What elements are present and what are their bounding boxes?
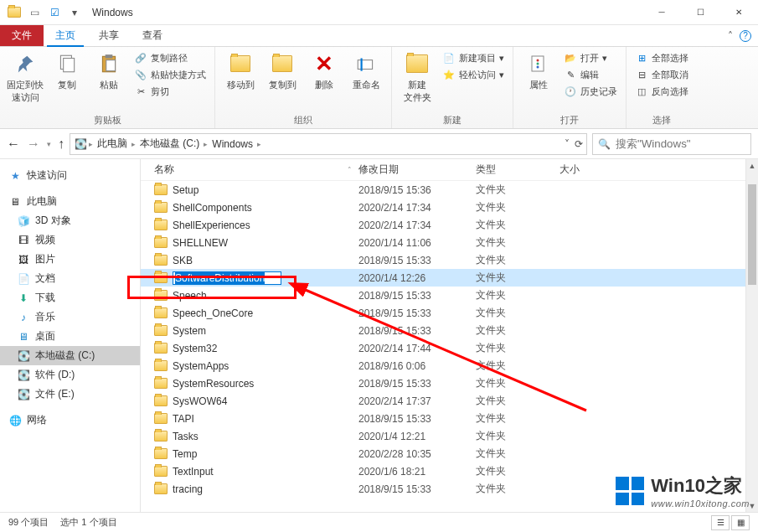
- column-type[interactable]: 类型: [476, 163, 559, 177]
- forward-button[interactable]: →: [27, 137, 40, 152]
- search-box[interactable]: 🔍: [592, 133, 751, 155]
- table-row[interactable]: TAPI2018/9/15 15:33文件夹: [141, 410, 758, 427]
- cell-name[interactable]: ShellExperiences: [141, 220, 358, 231]
- column-date[interactable]: 修改日期: [358, 163, 476, 177]
- sidebar-this-pc[interactable]: 🖥此电脑: [0, 192, 140, 211]
- tab-file[interactable]: 文件: [0, 25, 44, 46]
- minimize-button[interactable]: ─: [642, 0, 681, 25]
- sidebar-videos[interactable]: 🎞视频: [0, 230, 140, 250]
- crumb-pc[interactable]: 此电脑: [95, 137, 130, 151]
- tab-view[interactable]: 查看: [131, 25, 174, 46]
- scroll-up-icon[interactable]: ▲: [746, 159, 758, 172]
- vertical-scrollbar[interactable]: ▲ ▼: [745, 159, 758, 512]
- delete-button[interactable]: ✕删除: [306, 50, 343, 91]
- table-row[interactable]: System322020/2/14 17:44文件夹: [141, 339, 758, 357]
- table-row[interactable]: Speech_OneCore2018/9/15 15:33文件夹: [141, 304, 758, 322]
- open-button[interactable]: 📂打开 ▾: [562, 50, 619, 65]
- invert-select-button[interactable]: ◫反向选择: [633, 84, 690, 99]
- cell-name[interactable]: System32: [141, 343, 358, 354]
- maximize-button[interactable]: ☐: [681, 0, 719, 25]
- cell-name[interactable]: SysWOW64: [141, 395, 358, 407]
- new-folder-button[interactable]: 新建 文件夹: [399, 50, 436, 104]
- view-icons-button[interactable]: ▦: [731, 515, 750, 530]
- sidebar-quick-access[interactable]: ★快速访问: [0, 166, 140, 185]
- table-row[interactable]: Tasks2020/1/4 12:21文件夹: [141, 427, 758, 445]
- cut-button[interactable]: ✂剪切: [132, 84, 208, 99]
- paste-shortcut-button[interactable]: 📎粘贴快捷方式: [132, 67, 208, 82]
- rename-input[interactable]: [173, 271, 281, 285]
- cell-name[interactable]: SKB: [141, 255, 358, 266]
- cell-name[interactable]: SHELLNEW: [141, 237, 358, 249]
- table-row[interactable]: Speech2018/9/15 15:33文件夹: [141, 287, 758, 304]
- pin-button[interactable]: 固定到快 速访问: [7, 50, 44, 104]
- chevron-right-icon[interactable]: ▸: [257, 140, 261, 148]
- move-to-button[interactable]: 移动到: [222, 50, 259, 91]
- column-name[interactable]: 名称˄: [141, 163, 358, 177]
- close-button[interactable]: ✕: [719, 0, 758, 25]
- table-row[interactable]: ShellComponents2020/2/14 17:34文件夹: [141, 199, 758, 216]
- properties-button[interactable]: 属性: [520, 50, 557, 91]
- crumb-drive[interactable]: 本地磁盘 (C:): [137, 137, 202, 151]
- table-row[interactable]: SHELLNEW2020/1/14 11:06文件夹: [141, 234, 758, 251]
- view-details-button[interactable]: ☰: [711, 515, 730, 530]
- table-row[interactable]: SystemApps2018/9/16 0:06文件夹: [141, 357, 758, 374]
- sidebar-downloads[interactable]: ⬇下载: [0, 288, 140, 307]
- cell-name[interactable]: SystemApps: [141, 360, 358, 372]
- copy-path-button[interactable]: 🔗复制路径: [132, 50, 208, 65]
- tab-home[interactable]: 主页: [44, 25, 87, 46]
- chevron-right-icon[interactable]: ▸: [89, 140, 93, 148]
- sidebar-drive-e[interactable]: 💽文件 (E:): [0, 385, 140, 404]
- cell-name[interactable]: Speech: [141, 290, 358, 302]
- chevron-right-icon[interactable]: ▸: [131, 140, 136, 148]
- sidebar-music[interactable]: ♪音乐: [0, 307, 140, 327]
- tab-share[interactable]: 共享: [87, 25, 131, 46]
- scroll-thumb[interactable]: [748, 184, 756, 285]
- sidebar-drive-d[interactable]: 💽软件 (D:): [0, 365, 140, 385]
- sidebar-drive-c[interactable]: 💽本地磁盘 (C:): [0, 346, 140, 365]
- cell-name[interactable]: Speech_OneCore: [141, 307, 358, 319]
- cell-name[interactable]: ShellComponents: [141, 202, 358, 214]
- easy-access-button[interactable]: ⭐轻松访问 ▾: [441, 67, 506, 82]
- cell-name[interactable]: SystemResources: [141, 378, 358, 390]
- table-row[interactable]: 2020/1/4 12:26文件夹: [141, 269, 758, 287]
- help-icon[interactable]: ?: [740, 30, 751, 42]
- rename-button[interactable]: 重命名: [348, 50, 384, 91]
- back-button[interactable]: ←: [7, 137, 20, 152]
- select-all-button[interactable]: ⊞全部选择: [633, 50, 690, 65]
- qat-checkbox-icon[interactable]: ☑: [45, 3, 64, 22]
- new-item-button[interactable]: 📄新建项目 ▾: [441, 50, 506, 65]
- table-row[interactable]: Setup2018/9/15 15:36文件夹: [141, 181, 758, 199]
- sidebar-documents[interactable]: 📄文档: [0, 269, 140, 288]
- cell-name[interactable]: Setup: [141, 184, 358, 196]
- table-row[interactable]: SystemResources2018/9/15 15:33文件夹: [141, 374, 758, 392]
- sidebar-network[interactable]: 🌐网络: [0, 411, 140, 430]
- paste-button[interactable]: 粘贴: [90, 50, 127, 91]
- cell-name[interactable]: TextInput: [141, 466, 358, 478]
- search-input[interactable]: [616, 137, 757, 150]
- cell-name[interactable]: Tasks: [141, 431, 358, 442]
- table-row[interactable]: SKB2018/9/15 15:33文件夹: [141, 251, 758, 269]
- column-size[interactable]: 大小: [559, 163, 627, 177]
- qat-overflow-icon[interactable]: ▾: [65, 3, 84, 22]
- chevron-right-icon[interactable]: ▸: [204, 140, 208, 148]
- edit-button[interactable]: ✎编辑: [562, 67, 619, 82]
- sidebar-desktop[interactable]: 🖥桌面: [0, 327, 140, 346]
- table-row[interactable]: System2018/9/15 15:33文件夹: [141, 322, 758, 339]
- ribbon-collapse-icon[interactable]: ˄: [728, 30, 733, 42]
- address-bar[interactable]: 💽 ▸ 此电脑 ▸ 本地磁盘 (C:) ▸ Windows ▸ ˅ ⟳: [70, 133, 587, 155]
- table-row[interactable]: SysWOW642020/2/14 17:37文件夹: [141, 392, 758, 410]
- cell-name[interactable]: tracing: [141, 483, 358, 495]
- table-row[interactable]: Temp2020/2/28 10:35文件夹: [141, 445, 758, 462]
- history-dropdown-icon[interactable]: ▾: [47, 140, 51, 148]
- qat-properties-icon[interactable]: ▭: [25, 3, 44, 22]
- select-none-button[interactable]: ⊟全部取消: [633, 67, 690, 82]
- history-button[interactable]: 🕐历史记录: [562, 84, 619, 99]
- address-dropdown-icon[interactable]: ˅: [565, 138, 570, 150]
- cell-name[interactable]: TAPI: [141, 413, 358, 425]
- up-button[interactable]: ↑: [58, 137, 64, 152]
- copy-button[interactable]: 复制: [49, 50, 85, 91]
- refresh-icon[interactable]: ⟳: [575, 138, 583, 150]
- crumb-folder[interactable]: Windows: [209, 138, 255, 150]
- cell-name[interactable]: [141, 271, 358, 285]
- cell-name[interactable]: System: [141, 325, 358, 337]
